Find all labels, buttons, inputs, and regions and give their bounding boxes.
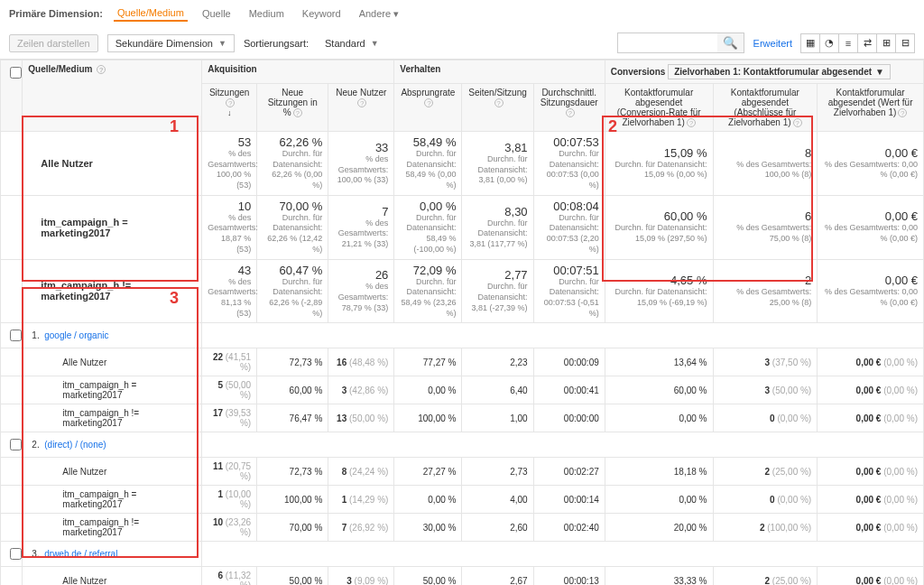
- report-container: Primäre Dimension: Quelle/Medium Quelle …: [0, 0, 924, 585]
- col-goal-value[interactable]: Kontaktforumular abgesendet (Wert für Zi…: [818, 84, 924, 132]
- summary-cell: 15,09 %Durchn. für Datenansicht: 15,09 %…: [605, 132, 713, 196]
- dimension-link[interactable]: (direct) / (none): [44, 440, 106, 450]
- dimension-row[interactable]: 1. google / organic: [1, 323, 924, 348]
- chevron-down-icon: ▼: [371, 39, 379, 48]
- summary-cell: 00:08:04Durchn. für Datenansicht: 00:07:…: [533, 195, 605, 259]
- tab-keyword[interactable]: Keyword: [299, 6, 345, 21]
- col-new-sessions[interactable]: Neue Sitzungen in %?: [257, 84, 328, 132]
- table-view-icon[interactable]: ▦: [800, 33, 820, 53]
- summary-cell: 33% des Gesamtwerts: 100,00 % (33): [328, 132, 394, 196]
- segment-label: Alle Nutzer: [23, 348, 202, 376]
- segment-data-row: itm_campaign_h != marketing2017 17 (39,5…: [1, 404, 924, 432]
- summary-cell: 8,30Durchn. für Datenansicht: 3,81 (117,…: [462, 195, 533, 259]
- row-checkbox[interactable]: [10, 439, 22, 450]
- summary-cell: 2,77Durchn. für Datenansicht: 3,81 (-27,…: [462, 259, 533, 323]
- col-completions[interactable]: Kontaktforumular abgesendet (Abschlüsse …: [713, 84, 818, 132]
- summary-row: itm_campaign_h != marketing2017 43% des …: [1, 259, 924, 323]
- summary-cell: 7% des Gesamtwerts: 21,21 % (33): [328, 195, 394, 259]
- segment-data-row: itm_campaign_h != marketing2017 10 (23,2…: [1, 514, 924, 542]
- plot-rows-button[interactable]: Zeilen darstellen: [9, 34, 98, 52]
- dimension-row[interactable]: 2. (direct) / (none): [1, 432, 924, 458]
- secondary-dimension-select[interactable]: Sekundäre Dimension▼: [107, 34, 235, 52]
- goal-select[interactable]: Zielvorhaben 1: Kontaktforumular abgesen…: [668, 64, 891, 79]
- view-toggle-group: ▦ ◔ ≡ ⇄ ⊞ ⊟: [801, 33, 915, 53]
- summary-cell: 60,47 %Durchn. für Datenansicht: 62,26 %…: [257, 259, 328, 323]
- tab-quelle[interactable]: Quelle: [199, 6, 235, 21]
- segment-label: itm_campaign_h = marketing2017: [23, 486, 202, 514]
- summary-cell: 53% des Gesamtwerts: 100,00 % (53): [202, 132, 257, 196]
- chevron-down-icon: ▼: [875, 67, 884, 77]
- col-pages-session[interactable]: Seiten/Sitzung?: [462, 84, 533, 132]
- summary-cell: 8% des Gesamtwerts: 100,00 % (8): [713, 132, 818, 196]
- summary-cell: 00:07:51Durchn. für Datenansicht: 00:07:…: [533, 259, 605, 323]
- search-field[interactable]: [618, 33, 717, 52]
- col-new-users[interactable]: Neue Nutzer?: [328, 84, 394, 132]
- sort-desc-icon: ↓: [227, 108, 232, 117]
- sort-select[interactable]: Standard▼: [318, 35, 386, 51]
- segment-label: itm_campaign_h != marketing2017: [23, 404, 202, 432]
- dimension-link[interactable]: google / organic: [44, 330, 108, 340]
- summary-cell: 62,26 %Durchn. für Datenansicht: 62,26 %…: [257, 132, 328, 196]
- summary-cell: 0,00 €% des Gesamtwerts: 0,00 % (0,00 €): [818, 195, 924, 259]
- tab-medium[interactable]: Medium: [245, 6, 288, 21]
- summary-cell: 0,00 €% des Gesamtwerts: 0,00 % (0,00 €): [818, 132, 924, 196]
- summary-cell: 4,65 %Durchn. für Datenansicht: 15,09 % …: [605, 259, 713, 323]
- segment-label: itm_campaign_h = marketing2017: [23, 195, 202, 259]
- summary-cell: 0,00 €% des Gesamtwerts: 0,00 % (0,00 €): [818, 259, 924, 323]
- group-acquisition: Akquisition: [202, 60, 394, 84]
- summary-cell: 00:07:53Durchn. für Datenansicht: 00:07:…: [533, 132, 605, 196]
- col-bounce[interactable]: Absprungrate?: [394, 84, 462, 132]
- segment-label: Alle Nutzer: [23, 567, 202, 585]
- group-conversions: Conversions Zielvorhaben 1: Kontaktforum…: [605, 60, 923, 84]
- tab-quelle-medium[interactable]: Quelle/Medium: [114, 5, 188, 22]
- segment-label: itm_campaign_h = marketing2017: [23, 376, 202, 404]
- segment-label: itm_campaign_h != marketing2017: [23, 259, 202, 323]
- summary-cell: 72,09 %Durchn. für Datenansicht: 58,49 %…: [394, 259, 462, 323]
- dimension-link[interactable]: drweb.de / referral: [44, 549, 117, 559]
- segment-data-row: itm_campaign_h = marketing2017 1 (10,00 …: [1, 486, 924, 514]
- pivot-view-icon[interactable]: ⊞: [876, 33, 896, 53]
- summary-cell: 60,00 %Durchn. für Datenansicht: 15,09 %…: [605, 195, 713, 259]
- help-icon[interactable]: ?: [97, 65, 106, 74]
- chevron-down-icon: ▼: [218, 39, 226, 48]
- summary-cell: 70,00 %Durchn. für Datenansicht: 62,26 %…: [257, 195, 328, 259]
- advanced-link[interactable]: Erweitert: [753, 38, 792, 49]
- controls-bar: Zeilen darstellen Sekundäre Dimension▼ S…: [0, 27, 924, 60]
- col-avg-duration[interactable]: Durchschnittl. Sitzungsdauer?: [533, 84, 605, 132]
- comparison-view-icon[interactable]: ⇄: [857, 33, 877, 53]
- tab-andere[interactable]: Andere ▾: [356, 6, 403, 22]
- primary-dimension-bar: Primäre Dimension: Quelle/Medium Quelle …: [0, 0, 924, 27]
- chevron-down-icon: ▾: [393, 8, 399, 19]
- header-source-medium[interactable]: Quelle/Medium ?: [23, 60, 202, 132]
- select-all-checkbox[interactable]: [1, 60, 23, 132]
- summary-cell: 6% des Gesamtwerts: 75,00 % (8): [713, 195, 818, 259]
- segment-data-row: Alle Nutzer 11 (20,75 %)72,73 %8 (24,24 …: [1, 458, 924, 486]
- sort-label: Sortierungsart:: [244, 38, 309, 49]
- search-input[interactable]: 🔍: [617, 32, 744, 53]
- row-checkbox[interactable]: [10, 330, 22, 341]
- data-table: Quelle/Medium ? Akquisition Verhalten Co…: [0, 60, 924, 585]
- segment-label: itm_campaign_h != marketing2017: [23, 514, 202, 542]
- segment-data-row: itm_campaign_h = marketing2017 5 (50,00 …: [1, 376, 924, 404]
- performance-view-icon[interactable]: ≡: [838, 33, 858, 53]
- pivot2-view-icon[interactable]: ⊟: [895, 33, 915, 53]
- col-conv-rate[interactable]: Kontaktforumular abgesendet (Conversion-…: [605, 84, 713, 132]
- summary-cell: 26% des Gesamtwerts: 78,79 % (33): [328, 259, 394, 323]
- segment-label: Alle Nutzer: [23, 132, 202, 196]
- group-behaviour: Verhalten: [394, 60, 605, 84]
- segment-data-row: Alle Nutzer 22 (41,51 %)72,73 %16 (48,48…: [1, 348, 924, 376]
- summary-row: itm_campaign_h = marketing2017 10% des G…: [1, 195, 924, 259]
- summary-cell: 43% des Gesamtwerts: 81,13 % (53): [202, 259, 257, 323]
- search-icon[interactable]: 🔍: [717, 33, 744, 52]
- summary-cell: 2% des Gesamtwerts: 25,00 % (8): [713, 259, 818, 323]
- summary-cell: 58,49 %Durchn. für Datenansicht: 58,49 %…: [394, 132, 462, 196]
- summary-cell: 0,00 %Durchn. für Datenansicht: 58,49 % …: [394, 195, 462, 259]
- dimension-row[interactable]: 3. drweb.de / referral: [1, 542, 924, 567]
- percentage-view-icon[interactable]: ◔: [819, 33, 839, 53]
- segment-data-row: Alle Nutzer 6 (11,32 %)50,00 %3 (9,09 %)…: [1, 567, 924, 585]
- col-sessions[interactable]: Sitzungen?↓: [202, 84, 257, 132]
- summary-row: Alle Nutzer 53% des Gesamtwerts: 100,00 …: [1, 132, 924, 196]
- summary-cell: 10% des Gesamtwerts: 18,87 % (53): [202, 195, 257, 259]
- row-checkbox[interactable]: [10, 548, 22, 560]
- primary-dim-label: Primäre Dimension:: [9, 8, 103, 19]
